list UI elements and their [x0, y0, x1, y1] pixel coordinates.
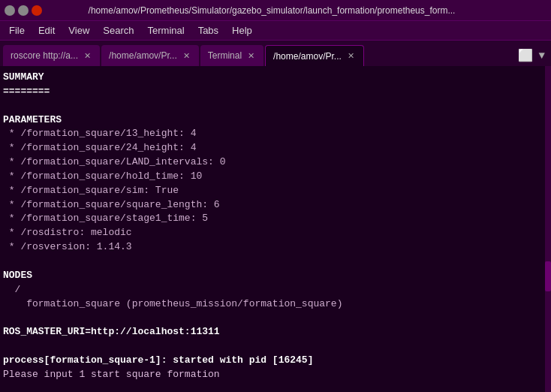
- tab-4[interactable]: /home/amov/Pr... ✕: [265, 45, 364, 66]
- terminal-area[interactable]: SUMMARY ======== PARAMETERS * /formation…: [0, 66, 551, 392]
- menu-file[interactable]: File: [3, 23, 31, 38]
- title-bar: /home/amov/Prometheus/Simulator/gazebo_s…: [0, 0, 551, 21]
- menu-search[interactable]: Search: [97, 23, 140, 38]
- tab-3-close[interactable]: ✕: [246, 51, 256, 61]
- window-title: /home/amov/Prometheus/Simulator/gazebo_s…: [42, 5, 501, 16]
- tab-2[interactable]: /home/amov/Pr... ✕: [101, 45, 199, 66]
- menu-tabs[interactable]: Tabs: [192, 23, 224, 38]
- scrollbar[interactable]: [545, 66, 551, 392]
- tab-3-label: Terminal: [208, 50, 242, 61]
- tab-4-label: /home/amov/Pr...: [273, 51, 342, 62]
- close-button[interactable]: [32, 5, 42, 16]
- terminal-icon[interactable]: ⬜: [515, 48, 536, 63]
- tab-4-close[interactable]: ✕: [346, 51, 356, 61]
- terminal-output: SUMMARY ======== PARAMETERS * /formation…: [3, 71, 548, 382]
- tab-bar: roscore http://a... ✕ /home/amov/Pr... ✕…: [0, 41, 551, 66]
- tab-1-close[interactable]: ✕: [83, 51, 92, 61]
- menu-edit[interactable]: Edit: [32, 23, 61, 38]
- menu-terminal[interactable]: Terminal: [142, 23, 191, 38]
- tab-3[interactable]: Terminal ✕: [200, 45, 263, 66]
- menu-view[interactable]: View: [62, 23, 95, 38]
- tab-2-close[interactable]: ✕: [182, 51, 191, 61]
- tab-2-label: /home/amov/Pr...: [109, 50, 177, 61]
- menu-bar: File Edit View Search Terminal Tabs Help: [0, 21, 551, 41]
- tab-1-label: roscore http://a...: [11, 50, 78, 61]
- maximize-button[interactable]: [18, 5, 29, 16]
- window-controls[interactable]: [5, 5, 42, 16]
- menu-help[interactable]: Help: [226, 23, 258, 38]
- minimize-button[interactable]: [5, 5, 15, 16]
- scrollbar-thumb[interactable]: [545, 261, 551, 291]
- chevron-down-icon[interactable]: ▼: [536, 50, 548, 62]
- tab-1[interactable]: roscore http://a... ✕: [3, 45, 100, 66]
